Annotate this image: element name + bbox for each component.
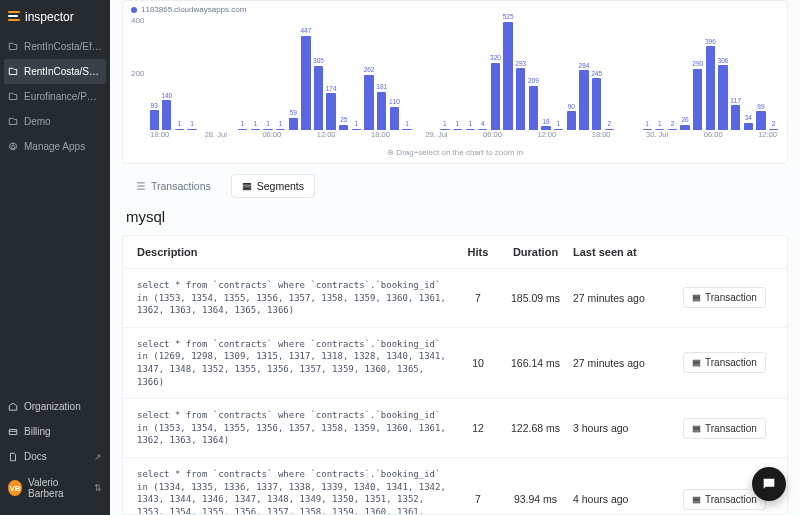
bar[interactable]: 181 [376, 14, 388, 130]
bar[interactable]: 18 [540, 14, 552, 130]
bar[interactable]: 1 [275, 14, 287, 130]
user-menu-icon: ⇅ [94, 483, 102, 493]
bar[interactable]: 2 [768, 14, 780, 130]
transaction-button[interactable]: Transaction [683, 352, 766, 373]
bar[interactable]: 1 [439, 14, 451, 130]
bar-value-label: 1 [241, 121, 245, 128]
bar[interactable]: 93 [148, 14, 160, 130]
legend-dot-icon [131, 7, 137, 13]
sidebar-item-label: RentInCosta/Efisio [24, 41, 102, 52]
bar-value-label: 1 [468, 121, 472, 128]
bar-value-label: 290 [692, 61, 703, 68]
cell-duration: 93.94 ms [508, 493, 563, 505]
bar[interactable]: 284 [578, 14, 590, 130]
tab-label: Segments [257, 180, 304, 192]
bar[interactable]: 320 [490, 14, 502, 130]
bar[interactable]: 306 [717, 14, 729, 130]
bar[interactable] [212, 14, 224, 130]
x-tick: 12:00 [317, 130, 336, 144]
bar[interactable]: 117 [730, 14, 742, 130]
user-row[interactable]: VB Valerio Barbera ⇅ [0, 469, 110, 507]
bar-value-label: 34 [745, 115, 752, 122]
bar[interactable]: 262 [363, 14, 375, 130]
sidebar-item-1[interactable]: RentInCosta/Sorr... [4, 59, 106, 84]
chat-fab[interactable] [752, 467, 786, 501]
bar[interactable]: 1 [654, 14, 666, 130]
transaction-button[interactable]: Transaction [683, 418, 766, 439]
sidebar-item-4[interactable]: Manage Apps [0, 134, 110, 159]
x-tick: 06:00 [704, 130, 723, 144]
bar[interactable]: 89 [755, 14, 767, 130]
bar[interactable]: 174 [325, 14, 337, 130]
bar[interactable] [616, 14, 628, 130]
bar-value-label: 1 [190, 121, 194, 128]
transaction-button[interactable]: Transaction [683, 287, 766, 308]
chart-hint: ⊕ Drag+select on the chart to zoom in [131, 148, 779, 157]
bar[interactable] [224, 14, 236, 130]
bar[interactable] [414, 14, 426, 130]
bar-value-label: 1 [557, 121, 561, 128]
cell-hits: 10 [458, 357, 498, 369]
bar[interactable]: 34 [742, 14, 754, 130]
bar[interactable]: 4 [477, 14, 489, 130]
bar[interactable]: 1 [452, 14, 464, 130]
tab-segments[interactable]: Segments [231, 174, 315, 198]
bar[interactable]: 1 [249, 14, 261, 130]
bar-value-label: 306 [718, 58, 729, 65]
bar[interactable]: 1 [464, 14, 476, 130]
bar-value-label: 525 [503, 14, 514, 21]
transaction-button-label: Transaction [705, 357, 757, 368]
x-tick: 18:00 [371, 130, 390, 144]
bar[interactable] [426, 14, 438, 130]
bar[interactable]: 140 [161, 14, 173, 130]
bar[interactable] [199, 14, 211, 130]
list-icon [136, 181, 146, 191]
user-name: Valerio Barbera [28, 477, 88, 499]
bar-value-label: 2 [772, 121, 776, 128]
bar[interactable]: 1 [401, 14, 413, 130]
bar[interactable]: 293 [515, 14, 527, 130]
bar[interactable]: 1 [641, 14, 653, 130]
bar[interactable]: 1 [351, 14, 363, 130]
bar[interactable]: 2 [603, 14, 615, 130]
sidebar-item-3[interactable]: Demo [0, 109, 110, 134]
bar[interactable]: 1 [237, 14, 249, 130]
bar[interactable]: 245 [591, 14, 603, 130]
table-row: select * from `contracts` where `contrac… [123, 328, 787, 399]
bar[interactable]: 396 [705, 14, 717, 130]
sidebar-bottom-billing[interactable]: Billing [0, 419, 110, 444]
sidebar-item-0[interactable]: RentInCosta/Efisio [0, 34, 110, 59]
avatar: VB [8, 480, 22, 496]
cell-duration: 166.14 ms [508, 357, 563, 369]
bar[interactable]: 90 [566, 14, 578, 130]
bar[interactable]: 26 [679, 14, 691, 130]
bar[interactable]: 525 [502, 14, 514, 130]
sidebar-item-2[interactable]: Eurofinance/PROD [0, 84, 110, 109]
bar-value-label: 1 [456, 121, 460, 128]
bar-value-label: 59 [290, 110, 297, 117]
bar-value-label: 284 [579, 63, 590, 70]
bar[interactable]: 290 [692, 14, 704, 130]
sidebar-bottom-label: Billing [24, 426, 51, 437]
bar-value-label: 293 [515, 61, 526, 68]
bar[interactable]: 2 [667, 14, 679, 130]
bar[interactable]: 110 [389, 14, 401, 130]
docs-icon [8, 452, 18, 462]
bar-value-label: 1 [405, 121, 409, 128]
chart[interactable]: 400200 931401111115944730517425126218111… [131, 14, 779, 144]
sidebar-bottom-docs[interactable]: Docs↗ [0, 444, 110, 469]
cell-description: select * from `contracts` where `contrac… [137, 468, 448, 515]
bar[interactable]: 1 [174, 14, 186, 130]
bar[interactable]: 447 [300, 14, 312, 130]
bar[interactable]: 209 [528, 14, 540, 130]
tab-transactions[interactable]: Transactions [126, 175, 221, 197]
bar[interactable]: 25 [338, 14, 350, 130]
bar[interactable]: 1 [262, 14, 274, 130]
bar[interactable]: 305 [313, 14, 325, 130]
sidebar-item-label: Demo [24, 116, 51, 127]
bar[interactable]: 1 [186, 14, 198, 130]
bar[interactable]: 59 [287, 14, 299, 130]
sidebar-bottom-organization[interactable]: Organization [0, 394, 110, 419]
bar[interactable]: 1 [553, 14, 565, 130]
bar[interactable] [629, 14, 641, 130]
